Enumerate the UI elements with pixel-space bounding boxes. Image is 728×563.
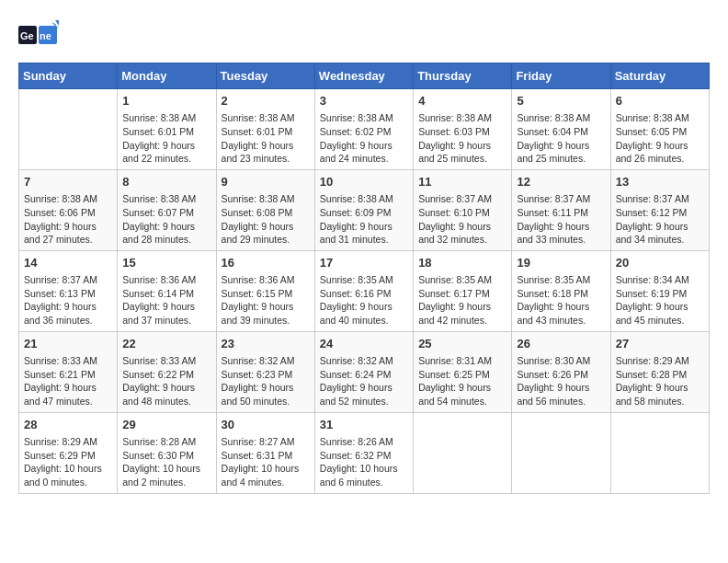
calendar-cell: 20Sunrise: 8:34 AM Sunset: 6:19 PM Dayli… bbox=[610, 250, 709, 331]
cell-content: Sunrise: 8:38 AM Sunset: 6:08 PM Dayligh… bbox=[222, 192, 310, 247]
cell-content: Sunrise: 8:38 AM Sunset: 6:09 PM Dayligh… bbox=[320, 192, 408, 247]
day-number: 9 bbox=[222, 174, 310, 190]
calendar-cell: 7Sunrise: 8:38 AM Sunset: 6:06 PM Daylig… bbox=[19, 169, 118, 250]
calendar-cell: 9Sunrise: 8:38 AM Sunset: 6:08 PM Daylig… bbox=[216, 169, 314, 250]
calendar-cell: 19Sunrise: 8:35 AM Sunset: 6:18 PM Dayli… bbox=[512, 250, 610, 331]
day-number: 22 bbox=[122, 336, 210, 352]
cell-content: Sunrise: 8:38 AM Sunset: 6:01 PM Dayligh… bbox=[222, 111, 310, 166]
cell-content: Sunrise: 8:37 AM Sunset: 6:12 PM Dayligh… bbox=[616, 192, 704, 247]
cell-content: Sunrise: 8:38 AM Sunset: 6:03 PM Dayligh… bbox=[418, 111, 506, 166]
day-number: 25 bbox=[418, 336, 506, 352]
day-number: 18 bbox=[418, 255, 506, 271]
cell-content: Sunrise: 8:36 AM Sunset: 6:14 PM Dayligh… bbox=[122, 273, 210, 327]
calendar-cell bbox=[19, 89, 118, 170]
day-number: 5 bbox=[517, 93, 605, 109]
calendar-cell: 22Sunrise: 8:33 AM Sunset: 6:22 PM Dayli… bbox=[118, 331, 216, 412]
calendar-cell: 28Sunrise: 8:29 AM Sunset: 6:29 PM Dayli… bbox=[19, 412, 118, 493]
cell-content: Sunrise: 8:35 AM Sunset: 6:16 PM Dayligh… bbox=[320, 273, 408, 327]
day-number: 2 bbox=[222, 93, 310, 109]
day-number: 13 bbox=[616, 174, 704, 190]
calendar-week-4: 21Sunrise: 8:33 AM Sunset: 6:21 PM Dayli… bbox=[19, 331, 710, 412]
calendar-cell bbox=[512, 412, 610, 493]
cell-content: Sunrise: 8:27 AM Sunset: 6:31 PM Dayligh… bbox=[222, 435, 310, 489]
day-number: 1 bbox=[122, 93, 210, 109]
calendar-cell: 3Sunrise: 8:38 AM Sunset: 6:02 PM Daylig… bbox=[314, 89, 413, 170]
cell-content: Sunrise: 8:38 AM Sunset: 6:05 PM Dayligh… bbox=[616, 111, 704, 166]
calendar-week-5: 28Sunrise: 8:29 AM Sunset: 6:29 PM Dayli… bbox=[19, 412, 710, 493]
column-header-saturday: Saturday bbox=[610, 63, 709, 89]
calendar-cell: 1Sunrise: 8:38 AM Sunset: 6:01 PM Daylig… bbox=[118, 89, 216, 170]
day-number: 3 bbox=[320, 93, 408, 109]
day-number: 24 bbox=[320, 336, 408, 352]
calendar-cell: 18Sunrise: 8:35 AM Sunset: 6:17 PM Dayli… bbox=[414, 250, 512, 331]
calendar-cell: 16Sunrise: 8:36 AM Sunset: 6:15 PM Dayli… bbox=[216, 250, 314, 331]
calendar-cell: 25Sunrise: 8:31 AM Sunset: 6:25 PM Dayli… bbox=[414, 331, 512, 412]
calendar-cell: 13Sunrise: 8:37 AM Sunset: 6:12 PM Dayli… bbox=[610, 169, 709, 250]
cell-content: Sunrise: 8:37 AM Sunset: 6:10 PM Dayligh… bbox=[418, 192, 506, 247]
cell-content: Sunrise: 8:26 AM Sunset: 6:32 PM Dayligh… bbox=[320, 435, 408, 489]
calendar-cell: 8Sunrise: 8:38 AM Sunset: 6:07 PM Daylig… bbox=[118, 169, 216, 250]
calendar-cell bbox=[610, 412, 709, 493]
day-number: 21 bbox=[24, 336, 112, 352]
svg-text:Ge: Ge bbox=[20, 30, 34, 41]
day-number: 12 bbox=[517, 174, 605, 190]
calendar-cell: 27Sunrise: 8:29 AM Sunset: 6:28 PM Dayli… bbox=[610, 331, 709, 412]
calendar-cell: 24Sunrise: 8:32 AM Sunset: 6:24 PM Dayli… bbox=[314, 331, 413, 412]
calendar-week-1: 1Sunrise: 8:38 AM Sunset: 6:01 PM Daylig… bbox=[19, 89, 710, 170]
calendar-cell: 2Sunrise: 8:38 AM Sunset: 6:01 PM Daylig… bbox=[216, 89, 314, 170]
svg-text:ne: ne bbox=[40, 30, 51, 41]
calendar-cell: 14Sunrise: 8:37 AM Sunset: 6:13 PM Dayli… bbox=[19, 250, 118, 331]
day-number: 7 bbox=[24, 174, 112, 190]
page-header: Ge ne bbox=[18, 18, 710, 55]
cell-content: Sunrise: 8:37 AM Sunset: 6:13 PM Dayligh… bbox=[24, 273, 112, 327]
calendar-cell: 11Sunrise: 8:37 AM Sunset: 6:10 PM Dayli… bbox=[414, 169, 512, 250]
cell-content: Sunrise: 8:35 AM Sunset: 6:18 PM Dayligh… bbox=[517, 273, 605, 327]
day-number: 8 bbox=[122, 174, 210, 190]
day-number: 31 bbox=[320, 417, 408, 433]
day-number: 30 bbox=[222, 417, 310, 433]
cell-content: Sunrise: 8:33 AM Sunset: 6:21 PM Dayligh… bbox=[24, 354, 112, 408]
column-header-thursday: Thursday bbox=[414, 63, 512, 89]
cell-content: Sunrise: 8:35 AM Sunset: 6:17 PM Dayligh… bbox=[418, 273, 506, 327]
calendar-cell: 12Sunrise: 8:37 AM Sunset: 6:11 PM Dayli… bbox=[512, 169, 610, 250]
day-number: 19 bbox=[517, 255, 605, 271]
day-number: 26 bbox=[517, 336, 605, 352]
column-header-tuesday: Tuesday bbox=[216, 63, 314, 89]
cell-content: Sunrise: 8:30 AM Sunset: 6:26 PM Dayligh… bbox=[517, 354, 605, 408]
calendar-cell: 17Sunrise: 8:35 AM Sunset: 6:16 PM Dayli… bbox=[314, 250, 413, 331]
cell-content: Sunrise: 8:28 AM Sunset: 6:30 PM Dayligh… bbox=[122, 435, 210, 489]
calendar-cell: 26Sunrise: 8:30 AM Sunset: 6:26 PM Dayli… bbox=[512, 331, 610, 412]
day-number: 17 bbox=[320, 255, 408, 271]
day-number: 27 bbox=[616, 336, 704, 352]
cell-content: Sunrise: 8:33 AM Sunset: 6:22 PM Dayligh… bbox=[122, 354, 210, 408]
cell-content: Sunrise: 8:38 AM Sunset: 6:02 PM Dayligh… bbox=[320, 111, 408, 166]
calendar-cell: 21Sunrise: 8:33 AM Sunset: 6:21 PM Dayli… bbox=[19, 331, 118, 412]
column-header-monday: Monday bbox=[118, 63, 216, 89]
day-number: 6 bbox=[616, 93, 704, 109]
cell-content: Sunrise: 8:38 AM Sunset: 6:04 PM Dayligh… bbox=[517, 111, 605, 166]
day-number: 23 bbox=[222, 336, 310, 352]
calendar-cell: 15Sunrise: 8:36 AM Sunset: 6:14 PM Dayli… bbox=[118, 250, 216, 331]
logo: Ge ne bbox=[18, 18, 63, 55]
day-number: 4 bbox=[418, 93, 506, 109]
calendar-cell: 6Sunrise: 8:38 AM Sunset: 6:05 PM Daylig… bbox=[610, 89, 709, 170]
cell-content: Sunrise: 8:32 AM Sunset: 6:24 PM Dayligh… bbox=[320, 354, 408, 408]
day-number: 11 bbox=[418, 174, 506, 190]
calendar-cell bbox=[414, 412, 512, 493]
calendar-cell: 10Sunrise: 8:38 AM Sunset: 6:09 PM Dayli… bbox=[314, 169, 413, 250]
calendar-cell: 30Sunrise: 8:27 AM Sunset: 6:31 PM Dayli… bbox=[216, 412, 314, 493]
calendar-week-3: 14Sunrise: 8:37 AM Sunset: 6:13 PM Dayli… bbox=[19, 250, 710, 331]
day-number: 14 bbox=[24, 255, 112, 271]
cell-content: Sunrise: 8:38 AM Sunset: 6:06 PM Dayligh… bbox=[24, 192, 112, 247]
calendar-cell: 29Sunrise: 8:28 AM Sunset: 6:30 PM Dayli… bbox=[118, 412, 216, 493]
logo-icon: Ge ne bbox=[18, 18, 59, 55]
cell-content: Sunrise: 8:36 AM Sunset: 6:15 PM Dayligh… bbox=[222, 273, 310, 327]
day-number: 28 bbox=[24, 417, 112, 433]
cell-content: Sunrise: 8:31 AM Sunset: 6:25 PM Dayligh… bbox=[418, 354, 506, 408]
calendar-week-2: 7Sunrise: 8:38 AM Sunset: 6:06 PM Daylig… bbox=[19, 169, 710, 250]
cell-content: Sunrise: 8:34 AM Sunset: 6:19 PM Dayligh… bbox=[616, 273, 704, 327]
cell-content: Sunrise: 8:29 AM Sunset: 6:28 PM Dayligh… bbox=[616, 354, 704, 408]
calendar-cell: 4Sunrise: 8:38 AM Sunset: 6:03 PM Daylig… bbox=[414, 89, 512, 170]
column-header-sunday: Sunday bbox=[19, 63, 118, 89]
day-number: 16 bbox=[222, 255, 310, 271]
